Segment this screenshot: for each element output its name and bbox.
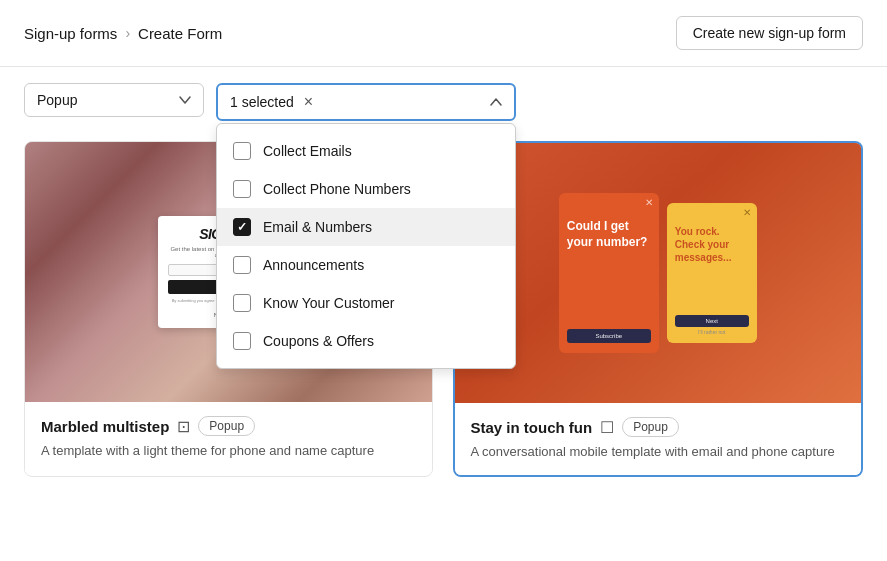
clear-filter-button[interactable]: × xyxy=(304,93,313,111)
dropdown-item-announcements[interactable]: Announcements xyxy=(217,246,515,284)
breadcrumb-signupforms[interactable]: Sign-up forms xyxy=(24,25,117,42)
dropdown-item-collect-emails[interactable]: Collect Emails xyxy=(217,132,515,170)
filter-select[interactable]: 1 selected × xyxy=(216,83,516,121)
filter-select-inner: 1 selected × xyxy=(230,93,313,111)
toolbar: Popup 1 selected × Collect Emails xyxy=(0,67,887,137)
card-desc-stay: A conversational mobile template with em… xyxy=(471,443,846,461)
filter-dropdown-menu: Collect Emails Collect Phone Numbers ✓ E… xyxy=(216,123,516,369)
card-desc-marbled: A template with a light theme for phone … xyxy=(41,442,416,460)
breadcrumb: Sign-up forms › Create Form xyxy=(24,25,222,42)
dropdown-label-announcements: Announcements xyxy=(263,257,364,273)
checkmark-icon: ✓ xyxy=(237,220,247,234)
convo-card-2: ✕ You rock. Check your messages... Next … xyxy=(667,203,757,343)
checkbox-coupons-offers[interactable] xyxy=(233,332,251,350)
dropdown-item-know-customer[interactable]: Know Your Customer xyxy=(217,284,515,322)
filter-select-container: 1 selected × Collect Emails Collect Phon… xyxy=(216,83,516,121)
card-info-marbled: Marbled multistep ⊡ Popup A template wit… xyxy=(25,402,432,474)
convo-card1-subscribe-btn: Subscribe xyxy=(567,329,651,343)
card-badge-marbled: Popup xyxy=(198,416,255,436)
page-header: Sign-up forms › Create Form Create new s… xyxy=(0,0,887,67)
dropdown-label-collect-emails: Collect Emails xyxy=(263,143,352,159)
convo-card2-close-icon: ✕ xyxy=(743,207,751,218)
chevron-down-icon xyxy=(179,96,191,104)
convo-card2-next-btn: Next xyxy=(675,315,749,327)
dropdown-label-coupons-offers: Coupons & Offers xyxy=(263,333,374,349)
card-info-stay: Stay in touch fun ☐ Popup A conversation… xyxy=(455,403,862,475)
breadcrumb-createform: Create Form xyxy=(138,25,222,42)
dropdown-item-collect-phone[interactable]: Collect Phone Numbers xyxy=(217,170,515,208)
checkbox-collect-emails[interactable] xyxy=(233,142,251,160)
desktop-icon: ⊡ xyxy=(177,417,190,436)
checkbox-know-customer[interactable] xyxy=(233,294,251,312)
breadcrumb-separator: › xyxy=(125,25,130,41)
form-type-value: Popup xyxy=(37,92,77,108)
dropdown-label-know-customer: Know Your Customer xyxy=(263,295,395,311)
checkbox-announcements[interactable] xyxy=(233,256,251,274)
card-title-marbled: Marbled multistep xyxy=(41,418,169,435)
card-badge-stay: Popup xyxy=(622,417,679,437)
filter-selected-badge: 1 selected xyxy=(230,94,294,110)
create-new-signup-form-button[interactable]: Create new sign-up form xyxy=(676,16,863,50)
dropdown-item-coupons-offers[interactable]: Coupons & Offers xyxy=(217,322,515,360)
convo-card-1: ✕ Could I get your number? Subscribe xyxy=(559,193,659,353)
chevron-up-icon xyxy=(490,98,502,106)
checkbox-collect-phone[interactable] xyxy=(233,180,251,198)
form-type-select[interactable]: Popup xyxy=(24,83,204,117)
card-title-stay: Stay in touch fun xyxy=(471,419,593,436)
card-title-row-marbled: Marbled multistep ⊡ Popup xyxy=(41,416,416,436)
convo-card2-text: You rock. Check your messages... xyxy=(675,225,749,264)
convo-card1-close-icon: ✕ xyxy=(645,197,653,208)
checkbox-email-numbers[interactable]: ✓ xyxy=(233,218,251,236)
dropdown-label-email-numbers: Email & Numbers xyxy=(263,219,372,235)
convo-card2-no-btn: I'll rather not xyxy=(675,329,749,335)
dropdown-label-collect-phone: Collect Phone Numbers xyxy=(263,181,411,197)
mobile-icon: ☐ xyxy=(600,418,614,437)
dropdown-item-email-numbers[interactable]: ✓ Email & Numbers xyxy=(217,208,515,246)
card-title-row-stay: Stay in touch fun ☐ Popup xyxy=(471,417,846,437)
convo-card1-text: Could I get your number? xyxy=(567,219,651,250)
